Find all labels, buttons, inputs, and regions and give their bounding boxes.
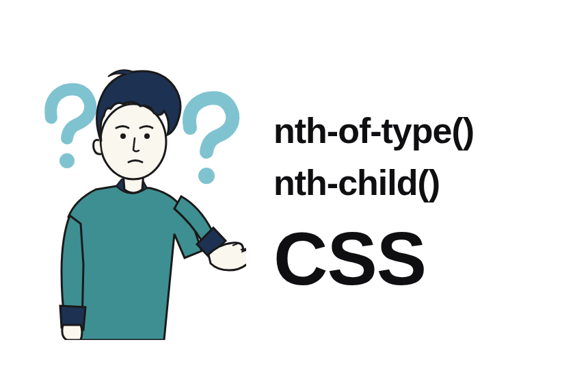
- question-mark-left-icon: [51, 89, 90, 168]
- heading-nth-of-type: nth-of-type(): [273, 110, 561, 151]
- text-block: nth-of-type() nth-child() CSS: [273, 96, 561, 296]
- confused-person-illustration: [27, 53, 246, 340]
- person-body: [60, 179, 226, 340]
- svg-point-1: [198, 168, 215, 184]
- heading-nth-child: nth-child(): [273, 162, 561, 203]
- person-hand-left: [62, 325, 82, 340]
- svg-point-0: [59, 153, 75, 168]
- question-mark-right-icon: [189, 98, 232, 184]
- person-svg: [27, 53, 246, 340]
- heading-css: CSS: [273, 221, 561, 296]
- svg-point-4: [144, 133, 150, 139]
- content-container: nth-of-type() nth-child() CSS: [0, 0, 588, 392]
- svg-point-3: [120, 133, 126, 139]
